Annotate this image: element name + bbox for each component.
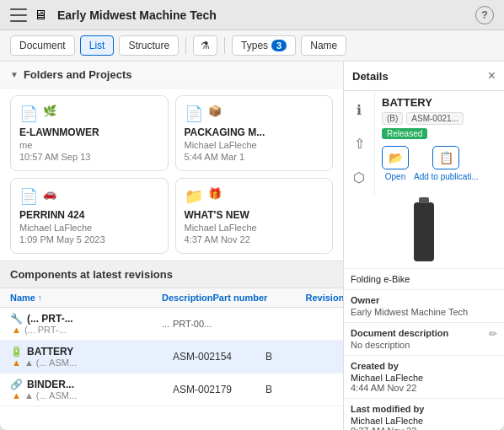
edit-icon[interactable]: ✏ — [489, 328, 497, 340]
col-description[interactable]: Description — [162, 293, 213, 303]
row-name-sub-battery: ▲ ▲ (... ASM... — [10, 357, 162, 368]
row-name-binder: 🔗 BINDER... ▲ ▲ (... ASM... — [10, 379, 162, 400]
row-label-1: (... PRT-... — [27, 313, 73, 325]
folders-header: ▼ Folders and Projects — [0, 62, 343, 89]
row-icon-binder: 🔗 — [10, 379, 23, 390]
row-part-1: PRT-00... — [173, 319, 265, 329]
row-part-battery: ASM-002154 — [173, 351, 265, 363]
publish-button[interactable]: 📋 Add to publicati... — [414, 146, 479, 181]
row-name-sub-1: ▲ (... PRT-... — [10, 325, 162, 335]
sidebar-toggle[interactable] — [10, 8, 27, 22]
title-bar-left: 🖥 Early Midwest Machine Tech — [10, 8, 217, 23]
item-name-1: E-LAWNMOWER — [19, 126, 159, 138]
item-header-2: 📄 📦 — [185, 105, 324, 123]
types-button[interactable]: Types 3 — [232, 35, 296, 56]
publish-label: Add to publicati... — [414, 172, 479, 181]
description-row: Document description ✏ — [351, 328, 497, 340]
item-meta1-4: Michael LaFleche — [185, 223, 324, 233]
item-meta1-2: Michael LaFleche — [185, 140, 324, 150]
row-name-battery: 🔋 BATTERY ▲ ▲ (... ASM... — [10, 346, 162, 368]
table-row-battery[interactable]: 🔋 BATTERY ▲ ▲ (... ASM... ASM-002154 B — [0, 341, 343, 374]
row-label-battery: BATTERY — [27, 346, 73, 357]
doc-icon-2: 📄 — [185, 105, 203, 123]
emoji-2: 📦 — [208, 105, 222, 117]
col-description-label: Description — [162, 293, 213, 303]
toolbar-divider-2 — [224, 37, 225, 54]
structure-button[interactable]: Structure — [119, 35, 179, 56]
row-part-binder: ASM-002179 — [173, 384, 265, 395]
side-icons: ℹ ⇧ ⬡ — [344, 91, 375, 196]
action-buttons: 📂 Open 📋 Add to publicati... — [382, 146, 497, 181]
row-rev-binder: B — [265, 384, 333, 395]
row-name-sub-binder: ▲ ▲ (... ASM... — [10, 390, 162, 400]
app-icon: 🖥 — [34, 8, 47, 23]
item-name-4: WHAT'S NEW — [185, 209, 324, 221]
description-label: Document description — [351, 328, 448, 338]
document-button[interactable]: Document — [10, 35, 75, 56]
table-row[interactable]: 🔧 (... PRT-... ▲ (... PRT-... ... PRT-00… — [0, 308, 343, 341]
last-modified-time: 8:37 AM Nov 22 — [351, 426, 497, 430]
preview-image — [344, 196, 504, 269]
emoji-1: 🌿 — [43, 105, 56, 117]
row-sub-label-1: (... PRT-... — [24, 325, 67, 335]
row-rev-battery: B — [265, 351, 333, 363]
details-info-row: ℹ ⇧ ⬡ BATTERY (B) ASM-0021... Released — [344, 91, 504, 196]
close-button[interactable]: × — [488, 68, 496, 83]
col-part-number-label: Part number — [213, 293, 268, 303]
help-button[interactable]: ? — [475, 6, 494, 24]
folders-grid: 📄 🌿 E-LAWNMOWER me 10:57 AM Sep 13 📄 📦 P… — [0, 89, 343, 261]
created-by-section: Created by Michael LaFleche 4:44 AM Nov … — [344, 356, 504, 399]
filter-button[interactable]: ⚗ — [193, 35, 217, 56]
owner-value: Early Midwest Machine Tech — [351, 307, 497, 317]
last-modified-name[interactable]: Michael LaFleche — [351, 416, 497, 426]
cube-icon[interactable]: ⬡ — [349, 167, 369, 187]
toolbar-divider-1 — [185, 37, 186, 54]
open-button[interactable]: 📂 Open — [382, 146, 409, 181]
last-modified-section: Last modified by Michael LaFleche 8:37 A… — [344, 399, 504, 430]
name-button[interactable]: Name — [301, 35, 346, 56]
created-by-time: 4:44 AM Nov 22 — [351, 383, 497, 393]
left-panel: ▼ Folders and Projects 📄 🌿 E-LAWNMOWER m… — [0, 62, 344, 430]
details-content-area: BATTERY (B) ASM-0021... Released 📂 Open — [375, 91, 504, 196]
last-modified-label: Last modified by — [351, 404, 497, 414]
description-value: No description — [351, 340, 497, 350]
created-by-name[interactable]: Michael LaFleche — [351, 373, 497, 383]
col-part-number[interactable]: Part number — [213, 293, 306, 303]
folders-chevron: ▼ — [10, 70, 19, 79]
doc-icon-3: 📄 — [19, 187, 38, 206]
col-revision[interactable]: Revision — [306, 293, 344, 303]
folders-title: Folders and Projects — [24, 68, 132, 81]
item-meta1-1: me — [19, 140, 159, 150]
warning-icon-battery: ▲ — [12, 357, 21, 368]
description-section: Document description ✏ No description — [344, 323, 504, 356]
components-header: Components at latest revisions — [0, 261, 343, 288]
detail-item-name: BATTERY — [382, 96, 497, 112]
list-button[interactable]: List — [80, 35, 115, 56]
item-meta2-4: 4:37 AM Nov 22 — [185, 234, 324, 245]
warning-icon-binder: ▲ — [12, 390, 21, 400]
row-name-top-1: 🔧 (... PRT-... — [10, 313, 162, 325]
belongs-to-value[interactable]: Folding e-Bike — [351, 274, 497, 284]
details-header: Details × — [344, 62, 504, 91]
item-header-3: 📄 🚗 — [19, 187, 159, 206]
badge-type: (B) — [382, 112, 403, 125]
details-full: ℹ ⇧ ⬡ BATTERY (B) ASM-0021... Released — [344, 91, 504, 430]
table-row-binder[interactable]: 🔗 BINDER... ▲ ▲ (... ASM... ASM-002179 B — [0, 374, 343, 406]
grid-item-whatsnew[interactable]: 📁 🎁 WHAT'S NEW Michael LaFleche 4:37 AM … — [175, 178, 334, 254]
row-sub-battery: ▲ (... ASM... — [24, 357, 77, 368]
grid-item-packaging[interactable]: 📄 📦 PACKAGING M... Michael LaFleche 5:44… — [175, 95, 334, 171]
share-icon[interactable]: ⇧ — [349, 133, 369, 153]
detail-badges: (B) ASM-0021... Released — [382, 112, 497, 139]
folder-icon-4: 📁 — [185, 187, 203, 206]
filter-icon: ⚗ — [201, 40, 210, 51]
toolbar: Document List Structure ⚗ Types 3 Name — [0, 30, 504, 62]
row-name-1: 🔧 (... PRT-... ▲ (... PRT-... — [10, 313, 162, 335]
row-icon-battery: 🔋 — [10, 346, 23, 357]
grid-item-perrinn[interactable]: 📄 🚗 PERRINN 424 Michael LaFleche 1:09 PM… — [10, 178, 169, 254]
title-bar: 🖥 Early Midwest Machine Tech ? — [0, 0, 504, 30]
belongs-to-section: Folding e-Bike — [344, 269, 504, 290]
grid-item-elawnmower[interactable]: 📄 🌿 E-LAWNMOWER me 10:57 AM Sep 13 — [10, 95, 169, 171]
col-name[interactable]: Name ↑ — [10, 293, 162, 303]
info-icon[interactable]: ℹ — [349, 99, 369, 120]
right-panel: Details × ℹ ⇧ ⬡ BATTERY — [344, 62, 504, 430]
